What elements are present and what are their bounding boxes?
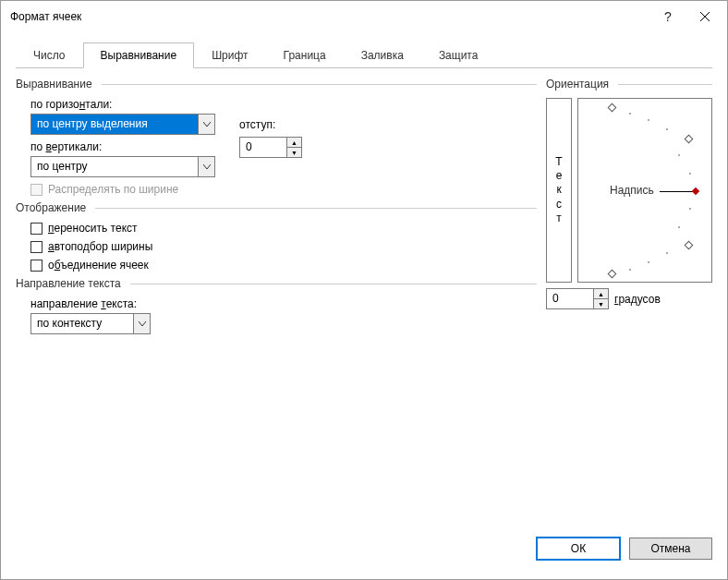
tab-number[interactable]: Число [16,42,83,68]
direction-row: по контексту [16,313,537,334]
orientation-controls: Т е к с т [546,98,712,283]
dialog-footer: ОК Отмена [1,531,727,579]
direction-label: направление текста: [16,297,537,310]
checkbox-icon [30,223,42,235]
tabstrip: Число Выравнивание Шрифт Граница Заливка… [16,42,712,68]
alignment-group-label: Выравнивание [16,78,537,91]
wrap-text-checkbox[interactable]: переносить текст [16,222,537,235]
titlebar: Формат ячеек ? [1,1,727,32]
needle-tip [692,187,699,195]
checkbox-icon [30,241,42,253]
chevron-down-icon [198,157,214,176]
angle-marker [608,270,617,279]
help-button[interactable]: ? [649,4,686,30]
tab-border[interactable]: Граница [266,42,344,68]
close-button[interactable] [686,4,723,30]
horizontal-combo[interactable]: по центру выделения [30,114,215,135]
degrees-row: 0 ▲ ▼ градусов [546,288,712,309]
format-cells-dialog: Формат ячеек ? Число Выравнивание Шрифт … [0,0,728,580]
merge-cells-checkbox[interactable]: объединение ячеек [16,259,537,272]
degrees-label: градусов [614,293,661,306]
horizontal-row: по центру выделения отступ: [16,114,537,135]
content: Выравнивание по горизонтали: по центру в… [1,68,727,531]
close-icon [699,11,710,22]
needle-label: Надпись [610,184,654,197]
checkbox-icon [30,260,42,272]
degrees-spinner[interactable]: 0 ▲ ▼ [546,288,609,309]
needle-line [660,191,693,192]
horizontal-label: по горизонтали: [16,98,537,111]
ok-button[interactable]: ОК [537,538,620,560]
cancel-button[interactable]: Отмена [629,538,712,560]
left-column: Выравнивание по горизонтали: по центру в… [16,78,546,531]
tab-alignment[interactable]: Выравнивание [83,42,195,68]
display-group-label: Отображение [16,201,537,214]
vertical-text-button[interactable]: Т е к с т [546,98,572,283]
tab-protection[interactable]: Защита [421,42,496,68]
angle-marker [608,103,617,113]
chevron-down-icon [133,314,150,333]
orientation-group: Ориентация Т е к с т [546,78,712,531]
dialog-title: Формат ячеек [10,10,649,23]
indent-up[interactable]: ▲ [287,138,301,148]
degrees-down[interactable]: ▼ [594,299,608,308]
orientation-dial[interactable]: Надпись [577,98,712,283]
indent-down[interactable]: ▼ [287,148,301,157]
tab-font[interactable]: Шрифт [194,42,265,68]
orientation-group-label: Ориентация [546,78,712,91]
display-group: Отображение переносить текст автоподбор … [16,201,537,272]
angle-marker [685,135,694,144]
alignment-group: Выравнивание по горизонтали: по центру в… [16,78,537,196]
direction-combo[interactable]: по контексту [30,313,151,334]
justify-checkbox: Распределять по ширине [16,183,537,196]
direction-group-label: Направление текста [16,277,537,290]
chevron-down-icon [198,115,214,134]
indent-spinner[interactable]: 0 ▲ ▼ [239,137,302,158]
vertical-combo[interactable]: по центру [30,156,215,177]
checkbox-icon [30,184,42,196]
tab-fill[interactable]: Заливка [344,42,421,68]
autofit-checkbox[interactable]: автоподбор ширины [16,240,537,253]
vertical-row: по центру [16,156,537,177]
degrees-up[interactable]: ▲ [594,289,608,299]
indent-label: отступ: [239,118,275,131]
angle-marker [685,241,694,250]
direction-group: Направление текста направление текста: п… [16,277,537,334]
